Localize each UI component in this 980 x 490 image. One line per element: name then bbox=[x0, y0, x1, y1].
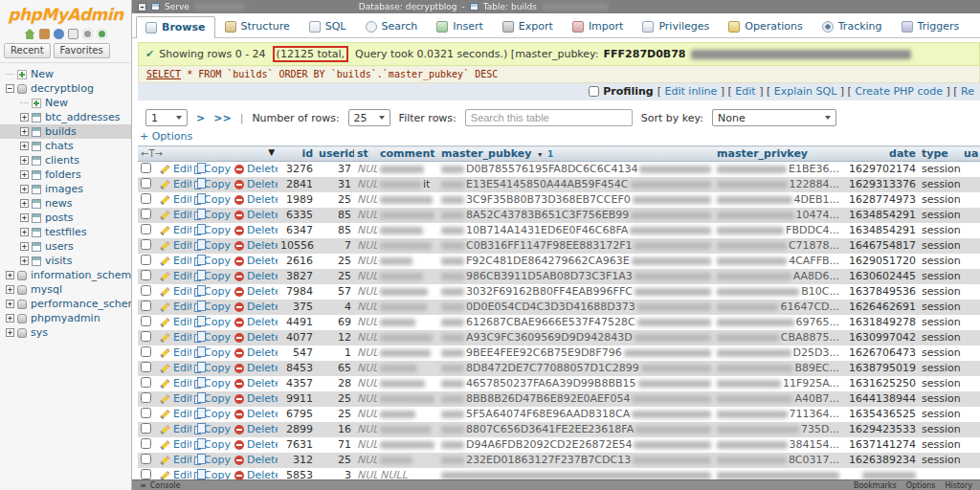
sort-key-select[interactable]: None bbox=[712, 109, 836, 126]
column-header-master-privkey[interactable]: master_privkey bbox=[714, 146, 842, 162]
column-options-header[interactable]: ←T→ ▼ bbox=[138, 146, 278, 162]
row-checkbox[interactable] bbox=[141, 270, 151, 280]
expander-plus-icon[interactable]: + bbox=[6, 328, 14, 337]
delete-link[interactable]: Delete bbox=[234, 239, 278, 252]
tab-tracking[interactable]: Tracking bbox=[813, 15, 892, 37]
console-menu-history[interactable]: History bbox=[946, 481, 972, 490]
breadcrumb-server[interactable]: Serve bbox=[165, 2, 189, 11]
copy-link[interactable]: Copy bbox=[194, 438, 231, 451]
docs-icon[interactable] bbox=[68, 29, 78, 39]
column-header-date[interactable]: date bbox=[842, 146, 919, 162]
row-checkbox[interactable] bbox=[141, 408, 151, 418]
edit-link[interactable]: Edit bbox=[160, 285, 191, 298]
sidebar-item-posts[interactable]: +posts bbox=[0, 211, 131, 225]
edit-link[interactable]: Edit bbox=[160, 255, 191, 267]
expander-plus-icon[interactable]: + bbox=[20, 156, 29, 165]
edit-link[interactable]: Edit bbox=[160, 423, 191, 435]
sidebar-item-users[interactable]: +users bbox=[0, 239, 131, 254]
edit-link[interactable]: Edit bbox=[160, 392, 191, 405]
console-label[interactable]: Console bbox=[150, 481, 181, 490]
delete-link[interactable]: Delete bbox=[234, 178, 278, 190]
column-header-userid[interactable]: userid bbox=[316, 146, 354, 162]
expander-plus-icon[interactable]: + bbox=[20, 113, 29, 122]
expander-plus-icon[interactable]: + bbox=[20, 228, 29, 236]
tab-browse[interactable]: Browse bbox=[136, 16, 215, 38]
tab-triggers[interactable]: Triggers bbox=[892, 15, 969, 37]
options-toggle-link[interactable]: + Options bbox=[140, 130, 980, 143]
expander-plus-icon[interactable]: + bbox=[6, 271, 14, 279]
sidebar-item-builds[interactable]: +builds bbox=[0, 124, 131, 139]
query-link-re[interactable]: Re bbox=[961, 85, 974, 98]
copy-link[interactable]: Copy bbox=[194, 193, 231, 206]
delete-link[interactable]: Delete bbox=[234, 285, 278, 298]
expander-plus-icon[interactable]: + bbox=[20, 199, 29, 208]
expander-plus-icon[interactable]: + bbox=[20, 127, 29, 136]
delete-link[interactable]: Delete bbox=[234, 270, 278, 282]
row-checkbox[interactable] bbox=[141, 209, 151, 219]
sidebar-item-testfiles[interactable]: +testfiles bbox=[0, 225, 131, 239]
sidebar-item-phpmyadmin[interactable]: +phpmyadmin bbox=[0, 311, 131, 325]
query-link-edit-inline[interactable]: Edit inline bbox=[665, 85, 718, 98]
sidebar-item-mysql[interactable]: +mysql bbox=[0, 282, 131, 297]
copy-link[interactable]: Copy bbox=[194, 377, 231, 390]
settings-icon[interactable] bbox=[82, 29, 93, 39]
copy-link[interactable]: Copy bbox=[194, 331, 231, 344]
delete-link[interactable]: Delete bbox=[234, 438, 278, 451]
column-header-id[interactable]: id bbox=[278, 146, 316, 162]
column-adjust-widget[interactable]: ←T→ bbox=[141, 148, 163, 159]
console-menu-bookmarks[interactable]: Bookmarks bbox=[854, 481, 897, 490]
expander-plus-icon[interactable]: + bbox=[20, 242, 29, 251]
sidebar-item-performance_schema[interactable]: +performance_schema bbox=[0, 297, 131, 311]
recent-tab[interactable]: Recent bbox=[4, 43, 51, 58]
edit-link[interactable]: Edit bbox=[160, 454, 191, 466]
delete-link[interactable]: Delete bbox=[234, 377, 278, 390]
rows-per-page-select[interactable]: 25 bbox=[348, 109, 390, 126]
row-checkbox[interactable] bbox=[141, 163, 151, 173]
edit-link[interactable]: Edit bbox=[160, 178, 191, 190]
edit-link[interactable]: Edit bbox=[160, 193, 191, 206]
sidebar-item-btc_addresses[interactable]: +btc_addresses bbox=[0, 110, 131, 124]
sidebar-item-sys[interactable]: +sys bbox=[0, 325, 131, 340]
column-header-st[interactable]: st bbox=[354, 146, 377, 162]
row-checkbox[interactable] bbox=[141, 469, 151, 479]
delete-link[interactable]: Delete bbox=[234, 423, 278, 435]
copy-link[interactable]: Copy bbox=[194, 408, 231, 420]
breadcrumb-database[interactable]: Database: decryptblog bbox=[359, 2, 457, 11]
tab-import[interactable]: Import bbox=[563, 15, 634, 37]
row-checkbox[interactable] bbox=[141, 178, 151, 189]
sidebar-item-new[interactable]: New bbox=[0, 67, 131, 81]
favorites-tab[interactable]: Favorites bbox=[54, 43, 110, 58]
sidebar-item-clients[interactable]: +clients bbox=[0, 153, 131, 167]
column-header-ua[interactable]: ua bbox=[961, 146, 980, 162]
delete-link[interactable]: Delete bbox=[234, 331, 278, 344]
expander-plus-icon[interactable]: + bbox=[6, 314, 14, 323]
expander-plus-icon[interactable]: + bbox=[20, 142, 29, 150]
delete-link[interactable]: Delete bbox=[234, 346, 278, 359]
sidebar-item-news[interactable]: +news bbox=[0, 196, 131, 211]
delete-link[interactable]: Delete bbox=[234, 454, 278, 466]
column-header-type[interactable]: type bbox=[919, 146, 961, 162]
filter-rows-input[interactable] bbox=[465, 109, 633, 126]
delete-link[interactable]: Delete bbox=[234, 224, 278, 236]
row-checkbox[interactable] bbox=[141, 438, 151, 449]
tab-operations[interactable]: Operations bbox=[719, 15, 812, 37]
query-link-edit[interactable]: Edit bbox=[735, 85, 755, 98]
sidebar-item-decryptblog[interactable]: −decryptblog bbox=[0, 81, 131, 96]
console-menu-options[interactable]: Options bbox=[906, 481, 936, 490]
edit-link[interactable]: Edit bbox=[160, 408, 191, 420]
delete-link[interactable]: Delete bbox=[234, 255, 278, 267]
copy-link[interactable]: Copy bbox=[194, 209, 231, 221]
sidebar-item-folders[interactable]: +folders bbox=[0, 167, 131, 182]
delete-link[interactable]: Delete bbox=[234, 316, 278, 328]
copy-link[interactable]: Copy bbox=[194, 255, 231, 267]
sidebar-item-images[interactable]: +images bbox=[0, 182, 131, 196]
row-checkbox[interactable] bbox=[141, 377, 151, 388]
edit-link[interactable]: Edit bbox=[160, 209, 191, 221]
next-page-button[interactable]: > bbox=[196, 112, 205, 124]
row-checkbox[interactable] bbox=[141, 193, 151, 204]
row-checkbox[interactable] bbox=[141, 423, 151, 434]
copy-link[interactable]: Copy bbox=[194, 392, 231, 405]
copy-link[interactable]: Copy bbox=[194, 178, 231, 190]
row-checkbox[interactable] bbox=[141, 255, 151, 265]
edit-link[interactable]: Edit bbox=[160, 377, 191, 390]
